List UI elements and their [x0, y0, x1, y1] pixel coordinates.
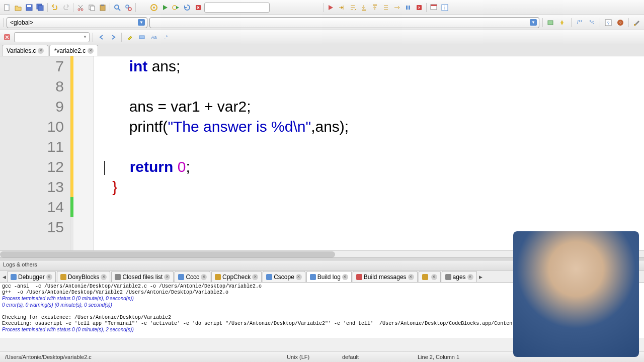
run-icon[interactable]: [160, 3, 170, 13]
tab-close-icon[interactable]: ✕: [431, 274, 437, 280]
status-mode: default: [337, 354, 413, 360]
tab-close-icon[interactable]: ✕: [88, 48, 94, 54]
tab-close-icon[interactable]: ✕: [38, 48, 44, 54]
cut-icon[interactable]: [75, 3, 86, 13]
stop-debugger-icon[interactable]: [414, 3, 424, 13]
file-tab[interactable]: *variable2.c✕: [49, 45, 98, 56]
doxy-comment-icon[interactable]: /**: [575, 18, 585, 28]
search-next-icon[interactable]: [108, 32, 118, 42]
log-tab[interactable]: Cscope✕: [263, 271, 305, 282]
logs-nav-left[interactable]: ◀: [1, 272, 7, 282]
find-icon[interactable]: [112, 3, 122, 13]
log-tab[interactable]: Build log✕: [306, 271, 352, 282]
tab-close-icon[interactable]: ✕: [164, 274, 170, 280]
save-all-icon[interactable]: [35, 3, 45, 13]
replace-icon[interactable]: [123, 3, 133, 13]
tab-close-icon[interactable]: ✕: [101, 274, 107, 280]
svg-rect-3: [27, 5, 31, 7]
find-toolbar: ▼ Aa .*: [0, 30, 644, 44]
svg-rect-11: [101, 5, 104, 6]
log-tab[interactable]: ✕: [419, 271, 441, 282]
svg-point-12: [115, 5, 119, 9]
clear-search-icon[interactable]: [2, 32, 12, 42]
tab-close-icon[interactable]: ✕: [296, 274, 302, 280]
break-debugger-icon[interactable]: [403, 3, 413, 13]
svg-rect-19: [362, 10, 366, 11]
search-input[interactable]: ▼: [14, 32, 90, 42]
doxy-run-icon[interactable]: [546, 18, 556, 28]
svg-point-14: [128, 8, 131, 11]
search-prev-icon[interactable]: [96, 32, 106, 42]
debug-windows-icon[interactable]: [429, 3, 439, 13]
next-instr-icon[interactable]: [381, 3, 391, 13]
svg-rect-20: [373, 5, 377, 6]
svg-text:?: ?: [607, 21, 609, 26]
doxy-settings-icon[interactable]: [632, 18, 642, 28]
step-out-icon[interactable]: [370, 3, 380, 13]
code-editor[interactable]: 789101112131415 int ans; ans = var1 + va…: [0, 56, 644, 250]
log-tab[interactable]: Debugger✕: [7, 271, 56, 282]
run-to-cursor-icon[interactable]: [337, 3, 347, 13]
tab-close-icon[interactable]: ✕: [201, 274, 207, 280]
step-into-instr-icon[interactable]: [392, 3, 402, 13]
tab-close-icon[interactable]: ✕: [408, 274, 414, 280]
svg-point-17: [173, 6, 177, 10]
rebuild-icon[interactable]: [182, 3, 192, 13]
log-tab[interactable]: Cccc✕: [175, 271, 210, 282]
next-line-icon[interactable]: [348, 3, 358, 13]
build-target-combo[interactable]: [204, 3, 270, 13]
tab-close-icon[interactable]: ✕: [342, 274, 348, 280]
webcam-overlay: [513, 231, 639, 357]
status-path: /Users/Antonie/Desktop/variable2.c: [0, 354, 282, 360]
svg-rect-28: [548, 21, 553, 25]
new-file-icon[interactable]: [2, 3, 12, 13]
step-into-icon[interactable]: [359, 3, 369, 13]
svg-rect-25: [431, 5, 437, 6]
svg-rect-5: [38, 6, 43, 11]
build-icon[interactable]: [149, 3, 159, 13]
scope-toolbar: <global> /** *< ? ?: [0, 15, 644, 30]
log-tab[interactable]: Build messages✕: [353, 271, 418, 282]
doxy-chm-icon[interactable]: ?: [615, 18, 625, 28]
paste-icon[interactable]: [98, 3, 108, 13]
log-tab[interactable]: CppCheck✕: [211, 271, 262, 282]
status-encoding: Unix (LF): [282, 354, 337, 360]
info-icon[interactable]: i: [440, 3, 450, 13]
editor-tabs: Variables.c✕*variable2.c✕: [0, 44, 644, 56]
copy-icon[interactable]: [87, 3, 97, 13]
redo-icon[interactable]: [61, 3, 71, 13]
regex-icon[interactable]: .*: [161, 32, 171, 42]
debug-start-icon[interactable]: [326, 3, 336, 13]
selection-only-icon[interactable]: [137, 32, 147, 42]
doxy-comment2-icon[interactable]: *<: [587, 18, 597, 28]
svg-rect-1: [8, 5, 9, 6]
undo-icon[interactable]: [50, 3, 60, 13]
highlight-icon[interactable]: [125, 32, 135, 42]
svg-rect-21: [406, 6, 408, 10]
abort-icon[interactable]: [193, 3, 203, 13]
main-toolbar: i: [0, 0, 644, 15]
log-tab[interactable]: ages✕: [442, 271, 477, 282]
open-file-icon[interactable]: [13, 3, 23, 13]
svg-rect-33: [634, 24, 635, 26]
tab-close-icon[interactable]: ✕: [467, 274, 473, 280]
symbol-combo[interactable]: [149, 17, 539, 28]
doxy-wizard-icon[interactable]: [558, 18, 568, 28]
save-icon[interactable]: [24, 3, 34, 13]
log-tab[interactable]: DoxyBlocks✕: [57, 271, 111, 282]
build-run-icon[interactable]: [171, 3, 181, 13]
scope-combo[interactable]: <global>: [7, 17, 147, 28]
svg-rect-22: [409, 6, 410, 10]
match-case-icon[interactable]: Aa: [149, 32, 159, 42]
tab-close-icon[interactable]: ✕: [252, 274, 258, 280]
log-tab[interactable]: Closed files list✕: [111, 271, 174, 282]
tab-close-icon[interactable]: ✕: [46, 274, 52, 280]
svg-rect-35: [139, 36, 144, 39]
logs-nav-right[interactable]: ▶: [478, 272, 484, 282]
fold-gutter[interactable]: [73, 56, 94, 250]
file-tab[interactable]: Variables.c✕: [2, 45, 48, 56]
code-area[interactable]: int ans; ans = var1 + var2; printf("The …: [94, 56, 644, 250]
svg-point-16: [153, 7, 155, 9]
doxy-help-icon[interactable]: ?: [603, 18, 613, 28]
line-numbers: 789101112131415: [0, 56, 70, 250]
